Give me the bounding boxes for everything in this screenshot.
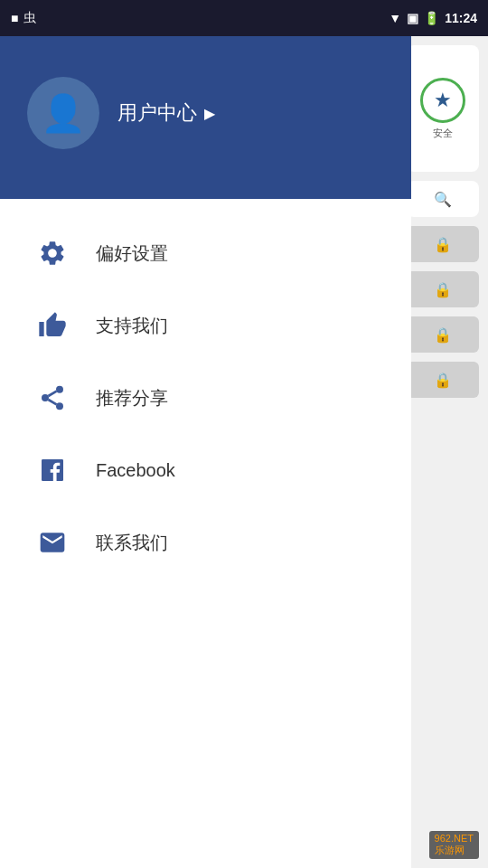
svg-point-0 bbox=[56, 386, 63, 393]
menu-item-share[interactable]: 推荐分享 bbox=[0, 362, 411, 434]
right-panel: ★ 安全 🔍 🔒 🔒 🔒 🔒 bbox=[398, 36, 488, 868]
contact-label: 联系我们 bbox=[96, 531, 168, 555]
menu-item-preferences[interactable]: 偏好设置 bbox=[0, 217, 411, 289]
safe-label: 安全 bbox=[433, 127, 453, 140]
gear-icon bbox=[36, 237, 69, 269]
svg-point-2 bbox=[56, 402, 63, 410]
watermark-net: .NET bbox=[451, 833, 474, 844]
lock-icon-4: 🔒 bbox=[434, 372, 452, 389]
support-label: 支持我们 bbox=[96, 314, 168, 338]
status-bar: ■ 虫 ▼ ▣ 🔋 11:24 bbox=[0, 0, 488, 36]
svg-line-4 bbox=[48, 392, 56, 396]
watermark: 962.NET 乐游网 bbox=[429, 831, 479, 859]
mail-icon bbox=[36, 526, 69, 559]
lock-item-3: 🔒 bbox=[407, 316, 479, 353]
search-icon: 🔍 bbox=[434, 191, 452, 208]
menu-list: 偏好设置 支持我们 推荐分享 bbox=[0, 199, 411, 868]
avatar-icon: 👤 bbox=[41, 92, 86, 135]
signal-icon: ▣ bbox=[407, 11, 418, 25]
time-display: 11:24 bbox=[445, 11, 477, 25]
status-icon-bug: 虫 bbox=[23, 10, 36, 26]
user-center-label: 用户中心 ▶ bbox=[117, 99, 215, 127]
lock-item-1: 🔒 bbox=[407, 226, 479, 262]
security-circle: ★ bbox=[420, 78, 465, 123]
lock-icon-1: 🔒 bbox=[434, 236, 452, 253]
arrow-right-icon: ▶ bbox=[204, 105, 215, 122]
star-icon: ★ bbox=[434, 89, 452, 112]
wifi-icon: ▼ bbox=[389, 11, 401, 25]
lock-item-2: 🔒 bbox=[407, 271, 479, 307]
user-center-text: 用户中心 bbox=[117, 99, 197, 127]
menu-item-facebook[interactable]: Facebook bbox=[0, 434, 411, 506]
search-box[interactable]: 🔍 bbox=[407, 181, 479, 217]
lock-icon-2: 🔒 bbox=[434, 281, 452, 298]
status-left-icons: ■ 虫 bbox=[11, 10, 36, 26]
facebook-label: Facebook bbox=[96, 460, 175, 481]
share-label: 推荐分享 bbox=[96, 386, 168, 410]
security-widget: ★ 安全 bbox=[407, 45, 479, 172]
watermark-site: 乐游网 bbox=[435, 844, 465, 855]
avatar: 👤 bbox=[27, 77, 99, 149]
menu-item-support[interactable]: 支持我们 bbox=[0, 289, 411, 362]
menu-item-contact[interactable]: 联系我们 bbox=[0, 506, 411, 579]
svg-line-3 bbox=[48, 400, 56, 404]
status-icon-square: ■ bbox=[11, 11, 18, 25]
svg-point-1 bbox=[42, 394, 49, 401]
preferences-label: 偏好设置 bbox=[96, 241, 168, 266]
thumbsup-icon bbox=[36, 309, 69, 342]
lock-item-4: 🔒 bbox=[407, 362, 479, 398]
lock-icon-3: 🔒 bbox=[434, 326, 452, 344]
facebook-icon bbox=[36, 454, 69, 486]
status-right-area: ▼ ▣ 🔋 11:24 bbox=[389, 11, 477, 25]
battery-icon: 🔋 bbox=[424, 11, 439, 25]
share-icon bbox=[36, 382, 69, 414]
drawer-menu: 👤 用户中心 ▶ 偏好设置 支持我们 bbox=[0, 0, 411, 868]
watermark-number: 962 bbox=[435, 833, 451, 844]
